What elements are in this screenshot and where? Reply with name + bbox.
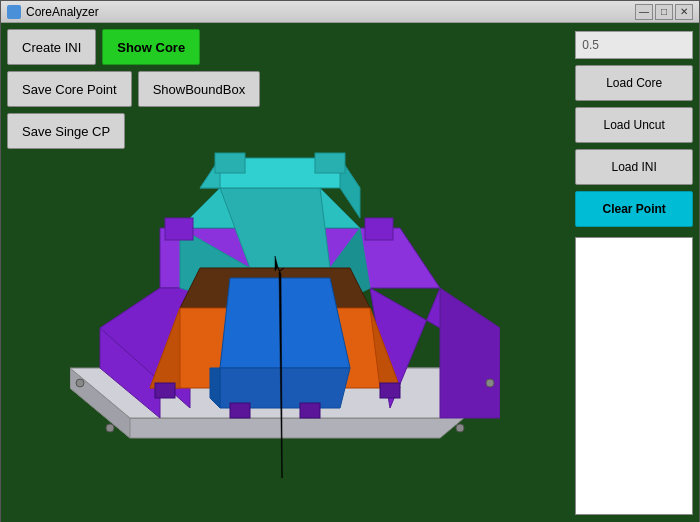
close-button[interactable]: ✕	[675, 4, 693, 20]
minimize-button[interactable]: —	[635, 4, 653, 20]
svg-point-29	[76, 379, 84, 387]
svg-point-30	[486, 379, 494, 387]
main-window: CoreAnalyzer — □ ✕ Create INI Show Core …	[0, 0, 700, 522]
3d-scene-svg	[70, 128, 500, 478]
show-core-button[interactable]: Show Core	[102, 29, 200, 65]
window-title: CoreAnalyzer	[26, 5, 99, 19]
save-core-point-button[interactable]: Save Core Point	[7, 71, 132, 107]
title-bar: CoreAnalyzer — □ ✕	[1, 1, 699, 23]
toolbar-row2: Save Core Point ShowBoundBox	[7, 71, 260, 107]
svg-rect-25	[300, 403, 320, 418]
svg-marker-20	[220, 278, 350, 368]
maximize-button[interactable]: □	[655, 4, 673, 20]
svg-rect-35	[365, 218, 393, 240]
title-controls: — □ ✕	[635, 4, 693, 20]
svg-marker-21	[220, 368, 350, 408]
title-bar-left: CoreAnalyzer	[7, 5, 99, 19]
save-singe-cp-button[interactable]: Save Singe CP	[7, 113, 125, 149]
right-panel: Load Core Load Uncut Load INI Clear Poin…	[569, 23, 699, 522]
toolbar-row1: Create INI Show Core	[7, 29, 200, 65]
clear-point-button[interactable]: Clear Point	[575, 191, 693, 227]
svg-rect-33	[315, 153, 345, 173]
svg-marker-5	[440, 288, 500, 418]
svg-point-27	[106, 424, 114, 432]
app-icon	[7, 5, 21, 19]
toolbar-row3: Save Singe CP	[7, 113, 125, 149]
svg-rect-26	[380, 383, 400, 398]
viewport-panel: Create INI Show Core Save Core Point Sho…	[1, 23, 569, 522]
svg-point-28	[456, 424, 464, 432]
main-content: Create INI Show Core Save Core Point Sho…	[1, 23, 699, 522]
svg-rect-34	[165, 218, 193, 240]
load-core-button[interactable]: Load Core	[575, 65, 693, 101]
show-bound-box-button[interactable]: ShowBoundBox	[138, 71, 261, 107]
create-ini-button[interactable]: Create INI	[7, 29, 96, 65]
svg-rect-32	[215, 153, 245, 173]
load-ini-button[interactable]: Load INI	[575, 149, 693, 185]
preview-box	[575, 237, 693, 515]
svg-rect-23	[155, 383, 175, 398]
value-input[interactable]	[575, 31, 693, 59]
svg-rect-24	[230, 403, 250, 418]
load-uncut-button[interactable]: Load Uncut	[575, 107, 693, 143]
